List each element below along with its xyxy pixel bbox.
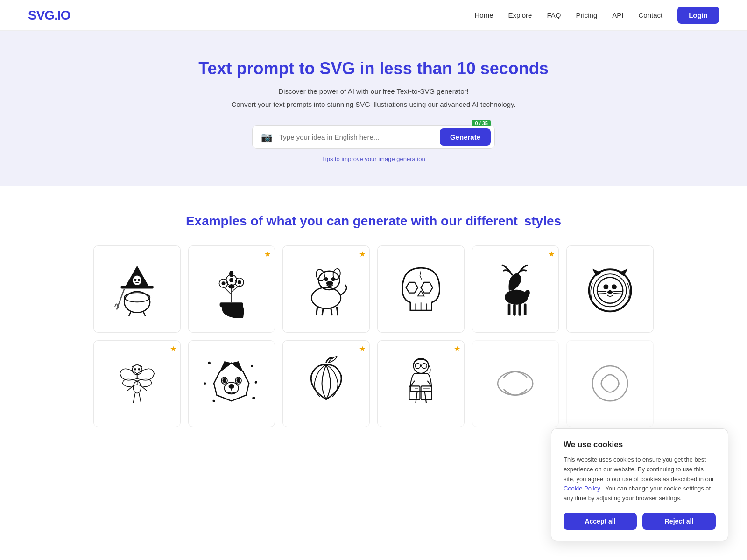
login-button[interactable]: Login	[677, 7, 719, 24]
hero-subtitle1: Discover the power of AI with our free T…	[9, 86, 738, 97]
svg-line-4	[129, 311, 131, 316]
svg-marker-56	[618, 268, 627, 276]
svg-point-59	[134, 369, 136, 370]
svg-point-40	[505, 289, 528, 304]
card-skull[interactable]	[377, 245, 465, 333]
svg-point-70	[255, 382, 257, 383]
svg-point-29	[332, 278, 335, 280]
nav-faq[interactable]: FAQ	[547, 11, 561, 19]
nav-contact[interactable]: Contact	[638, 11, 662, 19]
hero-section: Text prompt to SVG in less than 10 secon…	[0, 31, 747, 186]
card-deer[interactable]: ★	[472, 245, 559, 333]
nav-home[interactable]: Home	[475, 11, 493, 19]
hero-subtitle2: Convert your text prompts into stunning …	[9, 99, 738, 110]
search-bar: 0 / 35 📷 Generate	[252, 125, 495, 149]
star-icon-dog: ★	[359, 250, 366, 259]
svg-line-34	[337, 307, 338, 315]
svg-point-17	[222, 281, 226, 285]
svg-marker-71	[220, 361, 232, 372]
nav-pricing[interactable]: Pricing	[576, 11, 597, 19]
svg-point-8	[138, 279, 140, 280]
card-dog[interactable]: ★	[282, 245, 370, 333]
card-flowers[interactable]: ★	[188, 245, 275, 333]
svg-point-93	[592, 366, 627, 401]
star-icon-girl: ★	[454, 344, 460, 353]
svg-marker-36	[421, 282, 432, 293]
star-icon-pumpkin: ★	[359, 344, 366, 353]
svg-point-92	[498, 372, 533, 395]
examples-grid-row2: ★	[93, 340, 654, 427]
camera-icon[interactable]: 📷	[256, 129, 277, 146]
card-fairy[interactable]: ★	[93, 340, 181, 427]
examples-heading: Examples of what you can generate with o…	[19, 214, 728, 229]
card-placeholder2[interactable]	[566, 340, 654, 427]
svg-rect-85	[421, 386, 431, 400]
svg-marker-72	[232, 361, 243, 372]
svg-point-82	[421, 364, 426, 369]
hero-title: Text prompt to SVG in less than 10 secon…	[9, 59, 738, 78]
tips-link[interactable]: Tips to improve your image generation	[9, 155, 738, 162]
star-icon-flowers: ★	[264, 250, 271, 259]
navbar: SVG.IO Home Explore FAQ Pricing API Cont…	[0, 0, 747, 31]
svg-point-49	[604, 285, 608, 289]
svg-point-76	[223, 379, 226, 383]
cookie-title: We use cookies	[564, 440, 716, 449]
site-logo[interactable]: SVG.IO	[28, 8, 70, 23]
svg-point-65	[208, 362, 210, 364]
svg-point-28	[325, 278, 328, 280]
svg-line-33	[331, 308, 332, 315]
card-girl-reading[interactable]: ★	[377, 340, 465, 427]
svg-rect-10	[220, 302, 243, 307]
svg-point-6	[132, 275, 141, 286]
svg-line-91	[424, 392, 426, 403]
prompt-input[interactable]	[277, 129, 440, 145]
svg-line-62	[139, 393, 141, 403]
svg-rect-44	[524, 303, 527, 315]
svg-point-69	[204, 383, 206, 385]
svg-line-61	[133, 393, 135, 403]
examples-heading-plain: Examples of what you can generate with o…	[186, 214, 518, 228]
svg-line-5	[143, 311, 145, 316]
nav-api[interactable]: API	[612, 11, 623, 19]
svg-point-22	[230, 271, 233, 276]
svg-point-15	[229, 278, 233, 282]
svg-point-23	[229, 285, 234, 288]
card-witch[interactable]	[93, 245, 181, 333]
examples-section: Examples of what you can generate with o…	[0, 186, 747, 453]
svg-line-52	[597, 293, 606, 294]
generate-button[interactable]: Generate	[440, 128, 491, 146]
star-icon-deer: ★	[548, 250, 555, 259]
svg-point-50	[612, 285, 616, 289]
nav-explore[interactable]: Explore	[508, 11, 532, 19]
card-lion[interactable]	[566, 245, 654, 333]
svg-line-31	[316, 307, 317, 315]
character-counter: 0 / 35	[472, 120, 491, 126]
svg-point-3	[124, 293, 150, 302]
svg-point-67	[213, 400, 215, 402]
examples-heading-styled: styles	[524, 214, 561, 228]
card-pumpkin[interactable]: ★	[282, 340, 370, 427]
svg-line-32	[322, 308, 324, 315]
svg-point-19	[238, 280, 241, 284]
svg-point-81	[415, 364, 420, 369]
svg-marker-35	[406, 282, 417, 293]
svg-marker-55	[592, 268, 602, 276]
svg-point-24	[311, 287, 341, 308]
svg-point-30	[327, 281, 333, 285]
svg-point-68	[253, 397, 255, 399]
examples-grid-row1: ★	[93, 245, 654, 333]
card-placeholder1[interactable]	[472, 340, 559, 427]
svg-line-54	[613, 293, 623, 294]
nav-links: Home Explore FAQ Pricing API Contact Log…	[475, 7, 719, 24]
svg-rect-43	[519, 304, 521, 315]
svg-point-66	[252, 365, 253, 367]
svg-point-58	[132, 365, 142, 375]
card-fox[interactable]	[188, 340, 275, 427]
svg-point-78	[229, 385, 234, 389]
cookie-banner: We use cookies This website uses cookies…	[551, 428, 728, 453]
svg-point-60	[138, 369, 140, 370]
svg-rect-42	[513, 304, 516, 315]
star-icon-fairy: ★	[170, 344, 176, 353]
svg-line-90	[416, 392, 417, 403]
svg-rect-41	[508, 303, 511, 315]
